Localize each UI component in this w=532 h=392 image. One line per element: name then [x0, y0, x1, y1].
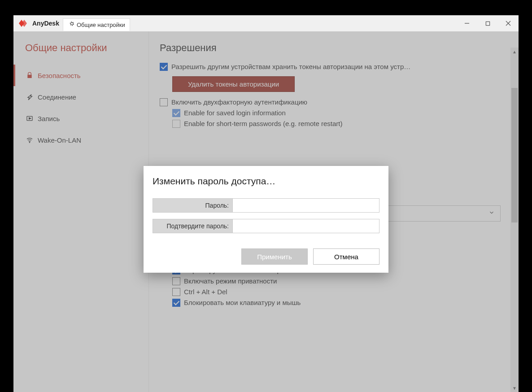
titlebar: AnyDesk Общие настройки [13, 15, 519, 31]
cancel-button[interactable]: Отмена [313, 248, 379, 265]
close-button[interactable] [498, 15, 519, 31]
confirm-password-field[interactable]: Подтвердите пароль: [153, 219, 379, 233]
maximize-button[interactable] [477, 15, 498, 31]
confirm-password-label: Подтвердите пароль: [153, 219, 233, 233]
settings-icon [68, 21, 77, 29]
minimize-button[interactable] [457, 15, 477, 31]
svg-rect-3 [486, 22, 489, 25]
password-label: Пароль: [153, 199, 233, 212]
app-name: AnyDesk [32, 20, 59, 27]
tab-label: Общие настройки [77, 22, 125, 28]
password-input[interactable] [233, 199, 379, 212]
confirm-password-input[interactable] [233, 219, 379, 233]
tab-general-settings[interactable]: Общие настройки [63, 18, 130, 31]
change-password-dialog: Изменить пароль доступа… Пароль: Подтвер… [144, 166, 388, 273]
password-field[interactable]: Пароль: [153, 198, 379, 213]
dialog-title: Изменить пароль доступа… [153, 176, 379, 187]
app-logo-icon [14, 15, 31, 31]
apply-button[interactable]: Применить [241, 248, 308, 265]
